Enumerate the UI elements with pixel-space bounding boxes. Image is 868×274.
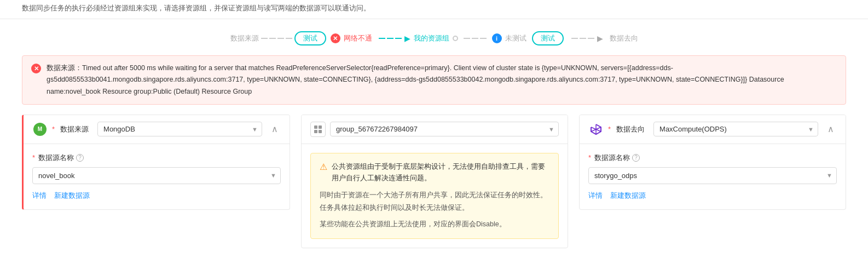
source-detail-link[interactable]: 详情 [32,191,47,201]
resource-group-select[interactable]: group_567672267984097 [330,122,559,136]
dash-seg-teal [379,38,385,39]
dest-type-select[interactable]: MaxCompute(ODPS) [653,122,818,136]
dash-line-4: ▶ [571,34,604,43]
warning-header: ⚠ 公共资源组由于受制于底层架构设计，无法使用自助排查工具，需要用户自行人工解决… [320,161,549,184]
pipeline-row: 数据来源 测试 ✕ 网络不通 ▶ 我的资源组 [0,19,868,55]
dash-line-3 [464,38,487,39]
pipeline-dest-label: 数据去向 [610,33,638,43]
pipeline-not-tested-label: 未测试 [505,33,526,43]
dash-seg [480,38,487,39]
dest-help-icon[interactable]: ? [632,154,640,162]
warning-body: 同时由于资源在一个大池子所有用户共享，因此无法保证任务的时效性。任务具体拉起和执… [320,189,549,231]
dash-seg-teal [395,38,402,39]
dash-seg [472,38,478,39]
dest-field-links: 详情 新建数据源 [588,191,837,201]
source-panel-body: * 数据源名称 ? novel_book ▼ 详情 新建数据源 [24,144,290,209]
dest-panel-body: * 数据源名称 ? storygo_odps ▼ 详情 新建数据源 [580,144,846,209]
dest-select-wrapper: MaxCompute(ODPS) ▼ [653,122,818,136]
dest-datasource-select[interactable]: storygo_odps [588,167,837,184]
dest-new-datasource-link[interactable]: 新建数据源 [610,191,646,201]
source-panel: M * 数据来源 MongoDB ▼ ∧ * 数据源名称 [22,115,290,210]
maxcompute-icon [588,122,604,137]
dash-seg [588,38,594,39]
three-col-layout: M * 数据来源 MongoDB ▼ ∧ * 数据源名称 [0,115,868,248]
source-datasource-select-wrapper: novel_book ▼ [32,167,281,184]
source-type-select[interactable]: MongoDB [97,122,262,136]
source-select-wrapper: MongoDB ▼ [97,122,262,136]
network-error-label: 网络不通 [344,33,372,43]
source-new-datasource-link[interactable]: 新建数据源 [54,191,90,201]
top-description: 数据同步任务的执行必须经过资源组来实现，请选择资源组，并保证资源组与读写两端的数… [0,0,868,19]
warning-para-1: 同时由于资源在一个大池子所有用户共享，因此无法保证任务的时效性。任务具体拉起和执… [320,189,549,214]
dest-detail-link[interactable]: 详情 [588,191,603,201]
source-panel-header: M * 数据来源 MongoDB ▼ ∧ [24,115,290,144]
dash-line-1 [261,38,292,39]
source-collapse-button[interactable]: ∧ [269,123,281,135]
dest-panel: * 数据去向 MaxCompute(ODPS) ▼ ∧ * 数据源名称 [579,115,846,210]
dash-line-2: ▶ [379,34,412,43]
dash-seg [277,38,284,39]
pipeline-source-label: 数据来源 [230,33,259,43]
resource-group-header: group_567672267984097 ▼ [302,115,568,144]
dest-required-star: * [608,125,611,133]
page-wrapper: 数据同步任务的执行必须经过资源组来实现，请选择资源组，并保证资源组与读写两端的数… [0,0,868,274]
mongodb-logo: M [33,123,47,136]
dest-field-label: * 数据源名称 ? [588,153,837,163]
arrow-right-gray: ▶ [597,34,603,43]
error-banner-text: 数据来源：Timed out after 5000 ms while waiti… [47,62,837,98]
dash-seg [261,38,268,39]
dest-panel-header: * 数据去向 MaxCompute(ODPS) ▼ ∧ [580,115,846,144]
grid-icon [314,125,322,134]
warning-triangle-icon: ⚠ [320,162,327,172]
warning-title: 公共资源组由于受制于底层架构设计，无法使用自助排查工具，需要用户自行人工解决连通… [332,161,549,184]
error-icon: ✕ [331,33,340,43]
warning-box: ⚠ 公共资源组由于受制于底层架构设计，无法使用自助排查工具，需要用户自行人工解决… [310,153,559,239]
pipeline-test-badge-1[interactable]: 测试 [294,31,326,45]
source-field-label: * 数据源名称 ? [32,153,281,163]
error-banner-icon: ✕ [31,64,41,73]
dash-seg-teal [387,38,394,39]
error-banner: ✕ 数据来源：Timed out after 5000 ms while wai… [22,55,846,105]
dash-seg [269,38,276,39]
resource-group-icon [310,122,326,137]
dash-seg [580,38,586,39]
info-icon: i [492,33,502,43]
svg-rect-0 [314,125,317,129]
pipeline-resource-label: 我的资源组 [414,33,449,43]
source-datasource-select[interactable]: novel_book [32,167,281,184]
dash-seg [286,38,292,39]
mongodb-icon: M [32,122,48,137]
dash-seg [464,38,470,39]
resource-group-select-wrapper: group_567672267984097 ▼ [330,122,559,136]
resource-group-panel: group_567672267984097 ▼ ⚠ 公共资源组由于受制于底层架构… [301,115,568,248]
dash-seg [571,38,578,39]
svg-rect-3 [319,130,322,133]
dest-collapse-button[interactable]: ∧ [825,123,837,135]
network-error-section: ✕ 网络不通 [331,33,372,43]
step-dot-gray [453,36,458,41]
step-dot-gray-wrapper [453,35,458,43]
dest-datasource-select-wrapper: storygo_odps ▼ [588,167,837,184]
source-field-links: 详情 新建数据源 [32,191,281,201]
warning-para-2: 某些功能在公共资源组上无法使用，对应的界面会Disable。 [320,218,549,231]
arrow-right-teal: ▶ [404,34,410,43]
source-title: 数据来源 [60,124,89,134]
dest-title: 数据去向 [616,124,645,134]
maxcompute-logo [590,123,602,135]
pipeline-test-badge-2[interactable]: 测试 [532,31,564,45]
svg-rect-1 [319,125,322,129]
source-required-star: * [52,125,55,133]
svg-rect-2 [314,130,317,133]
source-help-icon[interactable]: ? [76,154,84,162]
